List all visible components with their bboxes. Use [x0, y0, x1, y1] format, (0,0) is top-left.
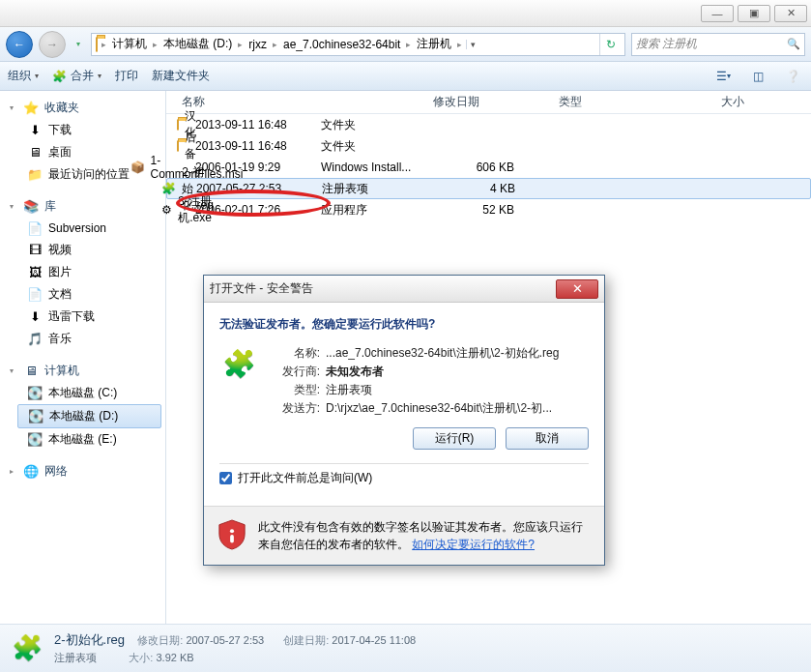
breadcrumb-sep: ▸	[404, 40, 413, 49]
col-date[interactable]: 修改日期	[429, 94, 555, 110]
svg-point-0	[230, 529, 234, 533]
warning-link[interactable]: 如何决定要运行的软件?	[412, 538, 535, 551]
sidebar-item-thunder[interactable]: ⬇迅雷下载	[0, 306, 165, 328]
music-icon: 🎵	[27, 332, 43, 347]
address-bar[interactable]: ▸ 计算机 ▸ 本地磁盘 (D:) ▸ rjxz ▸ ae_7.0chinese…	[91, 33, 625, 56]
sidebar-item-music[interactable]: 🎵音乐	[0, 328, 165, 350]
preview-pane-button[interactable]: ◫	[747, 67, 768, 86]
refresh-button[interactable]: ↻	[599, 34, 621, 55]
file-rows: 汉化 2013-09-11 16:48 文件夹 后备 2013-09-11 16…	[166, 114, 811, 220]
cancel-button[interactable]: 取消	[506, 427, 589, 450]
picture-icon: 🖼	[27, 265, 43, 280]
document-icon: 📄	[27, 287, 43, 303]
publisher-value: 未知发布者	[320, 363, 589, 381]
msi-icon: 📦	[130, 161, 145, 174]
desktop-icon: 🖥	[27, 145, 43, 161]
disk-icon: 💽	[27, 386, 43, 401]
organize-button[interactable]: 组织 ▾	[8, 68, 39, 84]
explorer-toolbar: 组织 ▾ 🧩合并 ▾ 打印 新建文件夹 ☰ ▾ ◫ ❔	[0, 62, 811, 91]
breadcrumb-item[interactable]: 注册机	[415, 36, 453, 52]
sidebar-item-pictures[interactable]: 🖼图片	[0, 261, 165, 283]
search-icon: 🔍	[787, 38, 800, 50]
sidebar-item-documents[interactable]: 📄文档	[0, 283, 165, 306]
disk-icon: 💽	[28, 409, 43, 424]
dialog-titlebar[interactable]: 打开文件 - 安全警告 ✕	[204, 276, 604, 303]
sidebar-item-subversion[interactable]: 📄Subversion	[0, 218, 165, 239]
breadcrumb-item[interactable]: 计算机	[110, 36, 149, 52]
window-titlebar: — ▣ ✕	[0, 0, 811, 27]
selected-file-icon: 🧩	[10, 631, 44, 666]
file-row[interactable]: ⚙3-注册机.exe 2006-02-01 7:26 应用程序 52 KB	[166, 199, 811, 220]
address-dropdown[interactable]: ▾	[466, 40, 479, 49]
library-icon: 📚	[23, 199, 39, 215]
type-value: 注册表项	[320, 381, 589, 399]
col-type[interactable]: 类型	[555, 94, 671, 110]
search-input[interactable]: 搜索 注册机 🔍	[631, 33, 805, 56]
always-ask-label: 打开此文件前总是询问(W)	[238, 470, 372, 486]
maximize-button[interactable]: ▣	[738, 5, 770, 22]
help-button[interactable]: ❔	[782, 67, 803, 86]
run-button[interactable]: 运行(R)	[413, 427, 496, 450]
back-button[interactable]: ←	[6, 31, 33, 58]
file-row[interactable]: 📦1-CommonFiles.msi 2006-01-19 9:29 Windo…	[166, 157, 811, 178]
folder-icon	[96, 38, 98, 51]
col-name[interactable]: 名称	[178, 94, 429, 110]
col-size[interactable]: 大小	[671, 94, 748, 110]
recent-icon: 📁	[27, 167, 43, 183]
sidebar-item-downloads[interactable]: ⬇下载	[0, 119, 165, 141]
file-row-selected[interactable]: 🧩2-初始化.reg 2007-05-27 2:53 注册表项 4 KB	[166, 178, 811, 199]
folder-icon	[177, 140, 179, 152]
file-row[interactable]: 后备 2013-09-11 16:48 文件夹	[166, 135, 811, 157]
view-mode-button[interactable]: ☰ ▾	[712, 67, 734, 86]
breadcrumb-sep: ▸	[151, 40, 159, 49]
breadcrumb-item[interactable]: ae_7.0chinese32-64bit	[281, 38, 402, 51]
close-window-button[interactable]: ✕	[774, 5, 807, 22]
star-icon: ⭐	[23, 101, 39, 116]
computer-icon: 🖥	[23, 364, 39, 379]
merge-button[interactable]: 🧩合并 ▾	[52, 68, 101, 84]
minimize-button[interactable]: —	[701, 5, 734, 22]
video-icon: 🎞	[27, 243, 43, 258]
network-icon: 🌐	[23, 464, 39, 480]
breadcrumb-sep: ▸	[236, 40, 245, 49]
exe-icon: ⚙	[161, 203, 172, 217]
sidebar-item-drive-c[interactable]: 💽本地磁盘 (C:)	[0, 382, 165, 404]
svg-rect-1	[230, 535, 234, 542]
back-arrow-icon: ←	[14, 38, 25, 51]
forward-button[interactable]: →	[39, 31, 66, 58]
sidebar-item-video[interactable]: 🎞视频	[0, 239, 165, 261]
breadcrumb-item[interactable]: 本地磁盘 (D:)	[161, 36, 234, 52]
reg-icon: 🧩	[52, 70, 67, 83]
favorites-header[interactable]: ▾⭐收藏夹	[0, 97, 165, 119]
download-icon: ⬇	[27, 123, 43, 138]
libraries-header[interactable]: ▾📚库	[0, 195, 165, 218]
shield-warning-icon	[217, 518, 246, 551]
always-ask-checkbox[interactable]	[219, 472, 232, 484]
print-button[interactable]: 打印	[115, 68, 138, 84]
breadcrumb-item[interactable]: rjxz	[246, 38, 269, 51]
dialog-close-button[interactable]: ✕	[556, 279, 598, 299]
selected-file-name: 2-初始化.reg	[54, 632, 125, 647]
nav-address-row: ← → ▾ ▸ 计算机 ▸ 本地磁盘 (D:) ▸ rjxz ▸ ae_7.0c…	[0, 27, 811, 62]
disk-icon: 💽	[27, 432, 43, 448]
breadcrumb-sep: ▸	[100, 40, 108, 49]
history-dropdown[interactable]: ▾	[72, 40, 85, 48]
network-header[interactable]: ▸🌐网络	[0, 460, 165, 482]
file-row[interactable]: 汉化 2013-09-11 16:48 文件夹	[166, 114, 811, 135]
forward-arrow-icon: →	[46, 38, 58, 51]
sidebar-item-drive-e[interactable]: 💽本地磁盘 (E:)	[0, 428, 165, 451]
new-folder-button[interactable]: 新建文件夹	[152, 68, 210, 84]
from-value: D:\rjxz\ae_7.0chinese32-64bit\注册机\2-初...	[320, 399, 589, 418]
svn-icon: 📄	[27, 220, 43, 236]
dialog-heading: 无法验证发布者。您确定要运行此软件吗?	[219, 316, 589, 333]
computer-header[interactable]: ▾🖥计算机	[0, 360, 165, 382]
breadcrumb-sep: ▸	[455, 40, 464, 49]
thunder-icon: ⬇	[27, 309, 43, 325]
details-pane: 🧩 2-初始化.reg 修改日期: 2007-05-27 2:53 创建日期: …	[0, 624, 811, 672]
selected-file-type: 注册表项	[54, 652, 97, 663]
file-type-icon: 🧩	[219, 344, 258, 383]
file-name-value: ...ae_7.0chinese32-64bit\注册机\2-初始化.reg	[320, 344, 589, 363]
search-placeholder: 搜索 注册机	[636, 36, 697, 52]
folder-icon	[177, 119, 179, 131]
sidebar-item-drive-d[interactable]: 💽本地磁盘 (D:)	[17, 404, 161, 428]
